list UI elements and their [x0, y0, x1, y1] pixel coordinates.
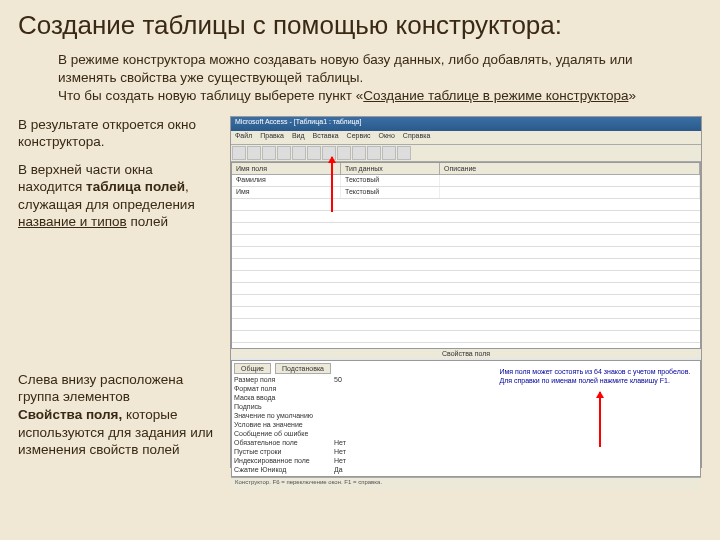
statusbar: Конструктор. F6 = переключение окон. F1 … [231, 477, 701, 490]
tab-general[interactable]: Общие [234, 363, 271, 374]
tool-icon[interactable] [262, 146, 276, 160]
create-link: Создание таблице в режиме конструктора [363, 88, 628, 103]
left-explanation: В результате откроется окно конструктора… [18, 116, 216, 469]
menubar[interactable]: ФайлПравкаВидВставкаСервисОкноСправка [231, 131, 701, 145]
help-text: Имя поля может состоять из 64 знаков с у… [493, 361, 700, 476]
tool-icon[interactable] [232, 146, 246, 160]
window-titlebar: Microsoft Access - [Таблица1 : таблица] [231, 117, 701, 131]
tool-icon[interactable] [382, 146, 396, 160]
tool-icon[interactable] [307, 146, 321, 160]
intro-paragraph: В режиме конструктора можно создавать но… [58, 51, 678, 106]
arrow-hint [599, 392, 601, 447]
table-row[interactable]: ФамилияТекстовый [232, 175, 700, 187]
tool-icon[interactable] [337, 146, 351, 160]
toolbar[interactable] [231, 145, 701, 162]
tab-lookup[interactable]: Подстановка [275, 363, 331, 374]
properties-panel[interactable]: ОбщиеПодстановка Размер поля50 Формат по… [231, 360, 701, 477]
screenshot: Microsoft Access - [Таблица1 : таблица] … [230, 116, 702, 468]
table-row[interactable]: ИмяТекстовый [232, 187, 700, 199]
tool-icon[interactable] [367, 146, 381, 160]
page-title: Создание таблицы с помощью конструктора: [18, 10, 702, 41]
tool-icon[interactable] [397, 146, 411, 160]
arrow-fields [331, 157, 333, 212]
tool-icon[interactable] [277, 146, 291, 160]
tool-icon[interactable] [292, 146, 306, 160]
tool-icon[interactable] [352, 146, 366, 160]
section-label: Свойства поля [231, 349, 701, 358]
fields-grid[interactable]: Имя поляТип данныхОписание ФамилияТексто… [231, 162, 701, 349]
tool-icon[interactable] [247, 146, 261, 160]
